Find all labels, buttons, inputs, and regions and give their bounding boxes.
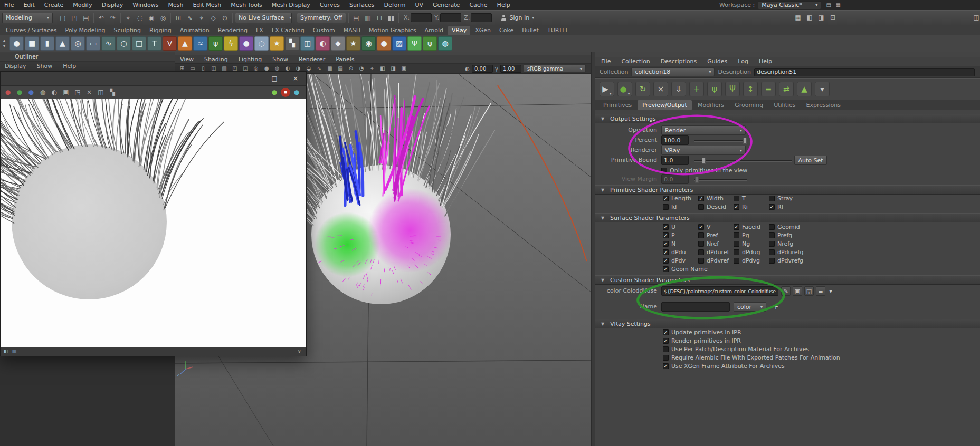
construction-history-icon[interactable]: ▤ (351, 13, 361, 23)
xgen-add-guide-icon[interactable]: + (689, 82, 704, 96)
save-map-icon[interactable]: ▣ (793, 286, 802, 296)
load-image-icon[interactable]: ◳ (72, 87, 83, 98)
xgen-select-icon[interactable]: ▶▾ (600, 82, 614, 96)
shelf-tab-coke[interactable]: Coke (496, 26, 517, 35)
shelf-scroll-up-icon[interactable]: ▴ (1, 38, 7, 43)
operation-selector[interactable]: Render (661, 125, 746, 135)
gamma-field-icon[interactable]: γ (495, 66, 498, 72)
width-checkbox[interactable]: ✓ (698, 196, 704, 201)
xgen-tab-modifiers[interactable]: Modifiers (693, 100, 729, 110)
shelf-camera-icon[interactable]: ◉ (361, 36, 376, 51)
save-image-icon[interactable]: ▣ (61, 87, 71, 98)
primitive-bound-slider-handle[interactable] (702, 158, 706, 164)
layout-switch-icon[interactable]: ▦ (834, 1, 842, 9)
shelf-hair-icon[interactable]: Ψ (407, 36, 422, 51)
workspace-selector[interactable]: Maya Classic* (758, 1, 821, 9)
close-button[interactable]: × (285, 72, 306, 85)
folder-icon[interactable]: ◱ (804, 286, 814, 296)
output-settings-header[interactable]: Output Settings (595, 114, 980, 123)
t-checkbox[interactable] (734, 196, 739, 201)
shelf-tab-poly-modeling[interactable]: Poly Modeling (62, 26, 109, 35)
map-options-icon[interactable]: ≡ (816, 286, 825, 296)
selection-highlight-icon[interactable]: ▥ (363, 13, 373, 23)
menu-deform[interactable]: Deform (380, 1, 410, 9)
menu-curves[interactable]: Curves (316, 1, 344, 9)
n-checkbox[interactable]: ✓ (663, 241, 669, 247)
percent-field[interactable]: 100.0 (661, 135, 689, 145)
render-last-icon[interactable]: ● (269, 87, 280, 98)
exposure-field-icon[interactable]: ◐ (465, 66, 470, 72)
primitive-bound-field[interactable]: 1.0 (661, 156, 689, 165)
xgen-tab-preview-output[interactable]: Preview/Output (638, 100, 692, 110)
nrefg-checkbox[interactable] (769, 241, 775, 247)
shelf-fire-icon[interactable]: ▲ (178, 36, 192, 51)
xgen-menu-guides[interactable]: Guides (702, 57, 732, 65)
shelf-cylinder-icon[interactable]: ▮ (40, 36, 54, 51)
xgen-tab-primitives[interactable]: Primitives (598, 100, 636, 110)
geomid-checkbox[interactable] (769, 224, 775, 230)
shelf-tab-mash[interactable]: MASH (340, 26, 364, 35)
isolate-select-icon[interactable]: ⊙ (346, 64, 356, 73)
menu-cache[interactable]: Cache (465, 1, 491, 9)
alpha-channel-icon[interactable]: ◍ (37, 87, 48, 98)
render-primitives-in-ipr-checkbox[interactable]: ✓ (663, 338, 669, 344)
use-per-patch-description-material-for-archives-checkbox[interactable] (663, 346, 669, 352)
pg-checkbox[interactable] (734, 232, 739, 238)
open-scene-icon[interactable]: ◳ (69, 13, 80, 23)
render-settings-icon[interactable]: ⊡ (827, 12, 838, 23)
xgen-preview-icon-arrow[interactable]: ▾ (628, 92, 630, 96)
new-scene-icon[interactable]: ▢ (58, 13, 68, 23)
shelf-plane-icon[interactable]: ▭ (86, 36, 100, 51)
panel-splitter[interactable] (591, 52, 595, 446)
region-render-icon[interactable]: ● (291, 87, 302, 98)
dpdvg-checkbox[interactable] (734, 258, 739, 264)
shelf-glass-icon[interactable]: ◫ (300, 36, 315, 51)
shelf-bullet-icon[interactable]: ● (377, 36, 391, 51)
shelf-tab-arnold[interactable]: Arnold (421, 26, 447, 35)
shelf-turtle-icon[interactable]: ◍ (438, 36, 452, 51)
shelf-tab-motion-graphics[interactable]: Motion Graphics (365, 26, 420, 35)
xgen-more-icon[interactable]: ▾ (815, 82, 830, 96)
render-frame-icon[interactable]: ◧ (804, 12, 815, 23)
rf-checkbox[interactable]: ✓ (769, 204, 775, 210)
image-info-icon[interactable]: ◧ (2, 348, 9, 355)
ng-checkbox[interactable] (734, 241, 739, 247)
checker-background-icon[interactable]: ▚ (107, 87, 118, 98)
symmetry-selector[interactable]: Symmetry: Off (297, 13, 346, 23)
redo-icon[interactable]: ↷ (108, 13, 118, 23)
viewport-menu-view[interactable]: View (175, 55, 198, 63)
pref-checkbox[interactable] (698, 232, 704, 238)
xgen-preview-icon[interactable]: ●▾ (617, 82, 632, 96)
p-checkbox[interactable]: ✓ (663, 232, 669, 238)
paint-map-icon[interactable]: ✎ (781, 286, 791, 296)
stray-checkbox[interactable] (769, 196, 775, 201)
prefg-checkbox[interactable] (769, 232, 775, 238)
sign-in-button[interactable]: Sign In (497, 14, 538, 21)
shelf-light-icon[interactable]: ★ (346, 36, 360, 51)
shelf-curve-icon[interactable]: ∿ (101, 36, 116, 51)
dpdurefg-checkbox[interactable] (769, 249, 775, 255)
mono-channel-icon[interactable]: ◐ (49, 87, 60, 98)
menu-help[interactable]: Help (493, 1, 515, 9)
menu-set-selector[interactable]: Modeling (2, 13, 53, 23)
expand-panel-icon[interactable]: » (296, 350, 303, 353)
x-input[interactable] (411, 13, 432, 22)
shelf-cube-icon[interactable]: ■ (25, 36, 39, 51)
percent-slider-groove[interactable] (694, 140, 747, 142)
dpdv-checkbox[interactable]: ✓ (663, 258, 669, 264)
remove-custom-param-button[interactable]: - (783, 303, 792, 311)
xgen-menu-descriptions[interactable]: Descriptions (656, 57, 701, 65)
evaluation-icon[interactable]: ⊟ (374, 13, 385, 23)
sidebar-toggle-icon[interactable]: ◫ (971, 12, 980, 23)
live-surface-selector[interactable]: No Live Surface (235, 13, 292, 23)
shelf-tab-custom[interactable]: Custom (309, 26, 339, 35)
select-hierarchy-icon[interactable]: ◉ (146, 13, 157, 23)
ipr-render-icon[interactable]: ◨ (816, 12, 826, 23)
pause-evaluation-icon[interactable]: ▮▮ (386, 13, 396, 23)
snap-point-icon[interactable]: ⌖ (196, 13, 207, 23)
select-tool-icon[interactable]: ⌖ (123, 13, 134, 23)
render-window-titlebar[interactable]: – □ × (1, 72, 306, 85)
menu-mesh-display[interactable]: Mesh Display (268, 1, 315, 9)
shelf-tab-fx[interactable]: FX (252, 26, 267, 35)
xgen-tab-grooming[interactable]: Grooming (730, 100, 768, 110)
